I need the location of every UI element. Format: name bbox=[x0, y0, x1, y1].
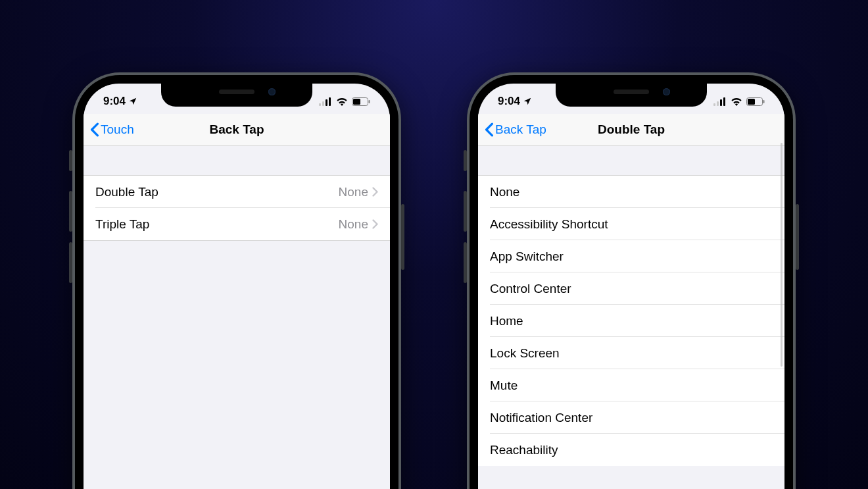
svg-rect-0 bbox=[319, 103, 321, 106]
option-label: Notification Center bbox=[490, 411, 592, 425]
row-double-tap[interactable]: Double Tap None bbox=[84, 176, 390, 208]
option-label: Accessibility Shortcut bbox=[490, 217, 608, 232]
battery-icon bbox=[352, 97, 370, 106]
option-app-switcher[interactable]: App Switcher bbox=[478, 240, 784, 272]
svg-rect-9 bbox=[720, 99, 722, 106]
location-icon bbox=[523, 97, 532, 106]
cellular-signal-icon bbox=[319, 97, 332, 106]
option-reachability[interactable]: Reachability bbox=[478, 434, 784, 466]
svg-rect-8 bbox=[717, 101, 719, 106]
option-none[interactable]: None bbox=[478, 176, 784, 208]
row-value-wrap: None bbox=[339, 217, 378, 232]
nav-title: Back Tap bbox=[209, 122, 264, 137]
power-button[interactable] bbox=[401, 204, 404, 270]
chevron-right-icon bbox=[372, 219, 378, 229]
status-right bbox=[713, 97, 765, 106]
chevron-left-icon bbox=[485, 122, 494, 137]
earpiece-speaker-icon bbox=[614, 90, 649, 94]
svg-rect-12 bbox=[748, 99, 755, 105]
chevron-left-icon bbox=[90, 122, 99, 137]
row-value-wrap: None bbox=[339, 185, 378, 199]
row-value: None bbox=[339, 217, 368, 232]
option-control-center[interactable]: Control Center bbox=[478, 272, 784, 305]
row-value: None bbox=[339, 185, 368, 199]
back-button[interactable]: Back Tap bbox=[485, 122, 546, 137]
back-button[interactable]: Touch bbox=[90, 122, 134, 137]
option-label: App Switcher bbox=[490, 249, 564, 264]
option-label: Lock Screen bbox=[490, 346, 560, 361]
option-home[interactable]: Home bbox=[478, 305, 784, 337]
front-camera-icon bbox=[268, 88, 276, 95]
stage: 9:04 bbox=[0, 0, 868, 489]
phone-left: 9:04 bbox=[72, 72, 401, 489]
option-label: Control Center bbox=[490, 282, 571, 296]
notch bbox=[556, 84, 707, 107]
row-label: Double Tap bbox=[95, 185, 158, 199]
row-label: Triple Tap bbox=[95, 217, 149, 232]
option-label: Mute bbox=[490, 378, 518, 393]
svg-rect-2 bbox=[326, 99, 327, 106]
status-left: 9:04 bbox=[103, 95, 137, 108]
section-spacer bbox=[84, 146, 390, 176]
status-time: 9:04 bbox=[498, 95, 520, 108]
svg-rect-13 bbox=[763, 100, 765, 103]
screen-left: 9:04 bbox=[84, 84, 390, 489]
status-right bbox=[319, 97, 370, 106]
front-camera-icon bbox=[663, 88, 670, 95]
location-icon bbox=[128, 97, 137, 106]
double-tap-options-list: None Accessibility Shortcut App Switcher… bbox=[478, 176, 784, 466]
option-notification-center[interactable]: Notification Center bbox=[478, 401, 784, 434]
option-lock-screen[interactable]: Lock Screen bbox=[478, 337, 784, 369]
option-label: Home bbox=[490, 314, 523, 328]
option-label: None bbox=[490, 185, 519, 199]
power-button[interactable] bbox=[796, 204, 799, 270]
back-label: Touch bbox=[101, 122, 134, 137]
nav-bar: Touch Back Tap bbox=[84, 114, 390, 146]
svg-rect-5 bbox=[353, 99, 360, 105]
option-mute[interactable]: Mute bbox=[478, 369, 784, 401]
phone-right: 9:04 bbox=[467, 72, 796, 489]
status-time: 9:04 bbox=[103, 95, 126, 108]
row-triple-tap[interactable]: Triple Tap None bbox=[84, 208, 390, 240]
option-label: Reachability bbox=[490, 443, 558, 457]
notch bbox=[161, 84, 312, 107]
status-left: 9:04 bbox=[498, 95, 532, 108]
nav-title: Double Tap bbox=[598, 122, 665, 137]
svg-rect-10 bbox=[723, 97, 725, 106]
option-accessibility-shortcut[interactable]: Accessibility Shortcut bbox=[478, 208, 784, 240]
scroll-indicator[interactable] bbox=[781, 143, 783, 367]
svg-rect-7 bbox=[713, 103, 715, 106]
svg-rect-6 bbox=[369, 100, 370, 103]
chevron-right-icon bbox=[372, 187, 378, 197]
wifi-icon bbox=[336, 97, 348, 106]
battery-icon bbox=[746, 97, 765, 106]
wifi-icon bbox=[731, 97, 742, 106]
back-tap-list: Double Tap None Triple Tap None bbox=[84, 176, 390, 241]
section-spacer bbox=[478, 146, 784, 176]
nav-bar: Back Tap Double Tap bbox=[478, 114, 784, 146]
svg-rect-3 bbox=[329, 97, 331, 106]
cellular-signal-icon bbox=[713, 97, 727, 106]
screen-right: 9:04 bbox=[478, 84, 784, 489]
earpiece-speaker-icon bbox=[219, 90, 254, 94]
svg-rect-1 bbox=[322, 101, 324, 106]
back-label: Back Tap bbox=[495, 122, 546, 137]
